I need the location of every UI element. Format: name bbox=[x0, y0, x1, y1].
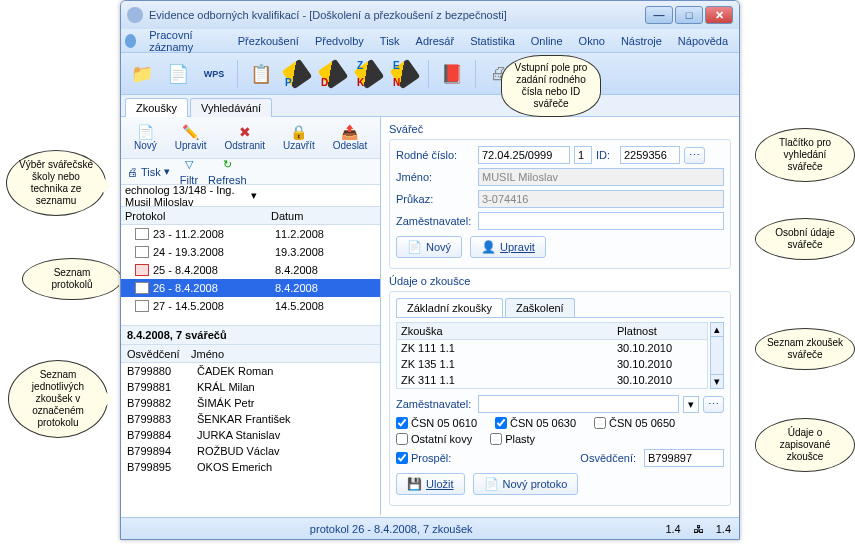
edit-button[interactable]: ✏️Upravit bbox=[168, 121, 214, 154]
menu-item[interactable]: Nápověda bbox=[671, 32, 735, 50]
exam-employer-input[interactable] bbox=[478, 395, 679, 413]
menu-item[interactable]: Online bbox=[524, 32, 570, 50]
welder-group-title: Svářeč bbox=[389, 123, 731, 135]
exam-row[interactable]: ZK 111 1.130.10.2010 bbox=[397, 340, 707, 356]
employer-lookup-button[interactable]: ⋯ bbox=[703, 396, 724, 413]
callout-protocols: Seznam protokolů bbox=[22, 258, 122, 300]
id-input[interactable] bbox=[620, 146, 680, 164]
basic-icon[interactable]: 📋 bbox=[246, 59, 276, 89]
status-version-2: 1.4 bbox=[716, 523, 731, 535]
welder-row[interactable]: B799884JURKA Stanislav bbox=[121, 427, 380, 443]
name-input bbox=[478, 168, 724, 186]
csn-0630-checkbox[interactable]: ČSN 05 0630 bbox=[495, 417, 576, 429]
pen-z-icon[interactable]: ZK bbox=[354, 59, 384, 89]
send-button[interactable]: 📤Odeslat bbox=[326, 121, 374, 154]
doc-icon bbox=[135, 246, 149, 258]
statusbar: protokol 26 - 8.4.2008, 7 zkoušek 1.4 🖧 … bbox=[121, 517, 739, 539]
seq-input[interactable] bbox=[574, 146, 592, 164]
protocol-row[interactable]: 25 - 8.4.20088.4.2008 bbox=[121, 261, 380, 279]
wps-icon[interactable]: WPS bbox=[199, 59, 229, 89]
rc-input[interactable] bbox=[478, 146, 570, 164]
pen-p-icon[interactable]: P bbox=[282, 59, 312, 89]
col-validity: Platnost bbox=[617, 325, 707, 337]
tab-exams[interactable]: Zkoušky bbox=[125, 98, 188, 117]
menu-item[interactable]: Nástroje bbox=[614, 32, 669, 50]
other-metals-checkbox[interactable]: Ostatní kovy bbox=[396, 433, 472, 445]
scroll-down-icon[interactable]: ▾ bbox=[710, 374, 724, 389]
print-button[interactable]: 🖨Tisk▾ bbox=[127, 165, 170, 178]
school-dropdown[interactable]: echnolog 13/148 - Ing. Musil Miloslav ▾ bbox=[121, 185, 380, 207]
new-protocol-button[interactable]: 📄Nový protoko bbox=[473, 473, 579, 495]
book-icon[interactable]: 📕 bbox=[437, 59, 467, 89]
welder-new-button[interactable]: 📄Nový bbox=[396, 236, 462, 258]
filter-icon: ▽ bbox=[185, 158, 193, 171]
menu-item[interactable]: Statistika bbox=[463, 32, 522, 50]
tab-basic-exams[interactable]: Základní zkoušky bbox=[396, 298, 503, 317]
doc-icon bbox=[135, 282, 149, 294]
minimize-button[interactable]: — bbox=[645, 6, 673, 24]
new-button[interactable]: 📄Nový bbox=[127, 121, 164, 154]
exam-employer-label: Zaměstnavatel: bbox=[396, 398, 474, 410]
welder-row[interactable]: B799895OKOS Emerich bbox=[121, 459, 380, 475]
menu-item[interactable]: Přezkoušení bbox=[231, 32, 306, 50]
callout-exam-list: Seznam zkoušek svářeče bbox=[755, 328, 855, 370]
main-window: Evidence odborných kvalifikací - [Doškol… bbox=[120, 0, 740, 540]
welder-row[interactable]: B799883ŠENKAR František bbox=[121, 411, 380, 427]
filter-button[interactable]: ▽Filtr bbox=[180, 158, 198, 186]
id-label: ID: bbox=[596, 149, 616, 161]
app-icon bbox=[127, 7, 143, 23]
protocol-row[interactable]: 24 - 19.3.200819.3.2008 bbox=[121, 243, 380, 261]
menu-item[interactable]: Pracovní záznamy bbox=[142, 26, 229, 56]
welder-row[interactable]: B799880ČADEK Roman bbox=[121, 363, 380, 379]
exam-list[interactable]: ZK 111 1.130.10.2010 ZK 135 1.130.10.201… bbox=[396, 340, 708, 389]
menubar: Pracovní záznamy Přezkoušení Předvolby T… bbox=[121, 29, 739, 53]
employer-dropdown-icon[interactable]: ▾ bbox=[683, 396, 699, 413]
csn-0610-checkbox[interactable]: ČSN 05 0610 bbox=[396, 417, 477, 429]
menu-item[interactable]: Předvolby bbox=[308, 32, 371, 50]
card-label: Průkaz: bbox=[396, 193, 474, 205]
tab-training[interactable]: Zaškolení bbox=[505, 298, 575, 317]
status-text: protokol 26 - 8.4.2008, 7 zkoušek bbox=[129, 523, 653, 535]
refresh-button[interactable]: ↻Refresh bbox=[208, 158, 247, 186]
person-icon: 👤 bbox=[481, 240, 496, 254]
employer-input[interactable] bbox=[478, 212, 724, 230]
exam-row[interactable]: ZK 311 1.130.10.2010 bbox=[397, 372, 707, 388]
doc-icon: 📄 bbox=[407, 240, 422, 254]
callout-input-field: Vstupní pole pro zadání rodného čísla ne… bbox=[501, 55, 601, 117]
exam-row[interactable]: ZK 135 1.130.10.2010 bbox=[397, 356, 707, 372]
close-proto-button[interactable]: 🔒Uzavřít bbox=[276, 121, 322, 154]
welder-edit-button[interactable]: 👤Upravit bbox=[470, 236, 546, 258]
maximize-button[interactable]: □ bbox=[675, 6, 703, 24]
welder-row[interactable]: B799894ROŽBUD Václav bbox=[121, 443, 380, 459]
tab-search[interactable]: Vyhledávání bbox=[190, 98, 272, 117]
folder-icon[interactable]: 📁 bbox=[127, 59, 157, 89]
menu-item[interactable]: Adresář bbox=[409, 32, 462, 50]
csn-0650-checkbox[interactable]: ČSN 05 0650 bbox=[594, 417, 675, 429]
delete-button[interactable]: ✖Odstranit bbox=[217, 121, 272, 154]
plastics-checkbox[interactable]: Plasty bbox=[490, 433, 535, 445]
col-date: Datum bbox=[271, 210, 380, 222]
cert-input[interactable] bbox=[644, 449, 724, 467]
protocol-row[interactable]: 27 - 14.5.200814.5.2008 bbox=[121, 297, 380, 315]
welder-row[interactable]: B799881KRÁL Milan bbox=[121, 379, 380, 395]
app-menu-icon[interactable] bbox=[125, 34, 136, 48]
pen-d-icon[interactable]: D bbox=[318, 59, 348, 89]
close-button[interactable]: ✕ bbox=[705, 6, 733, 24]
protocol-row[interactable]: 23 - 11.2.200811.2.2008 bbox=[121, 225, 380, 243]
passed-checkbox[interactable]: Prospěl: bbox=[396, 452, 474, 464]
lookup-button[interactable]: ⋯ bbox=[684, 147, 705, 164]
welders-header: Osvědčení Jméno bbox=[121, 345, 380, 363]
welder-row[interactable]: B799882ŠIMÁK Petr bbox=[121, 395, 380, 411]
menu-item[interactable]: Okno bbox=[572, 32, 612, 50]
doc-icon: 📄 bbox=[484, 477, 499, 491]
doc-icon[interactable]: 📄 bbox=[163, 59, 193, 89]
dropdown-arrow-icon[interactable]: ▾ bbox=[247, 189, 377, 202]
pen-e-icon[interactable]: EN bbox=[390, 59, 420, 89]
scroll-up-icon[interactable]: ▴ bbox=[710, 322, 724, 337]
welders-list[interactable]: B799880ČADEK Roman B799881KRÁL Milan B79… bbox=[121, 363, 380, 515]
menu-item[interactable]: Tisk bbox=[373, 32, 407, 50]
protocol-list[interactable]: 23 - 11.2.200811.2.2008 24 - 19.3.200819… bbox=[121, 225, 380, 325]
protocol-row-selected[interactable]: 26 - 8.4.20088.4.2008 bbox=[121, 279, 380, 297]
save-button[interactable]: 💾Uložit bbox=[396, 473, 465, 495]
exam-inner-tabs: Základní zkoušky Zaškolení bbox=[396, 298, 724, 318]
